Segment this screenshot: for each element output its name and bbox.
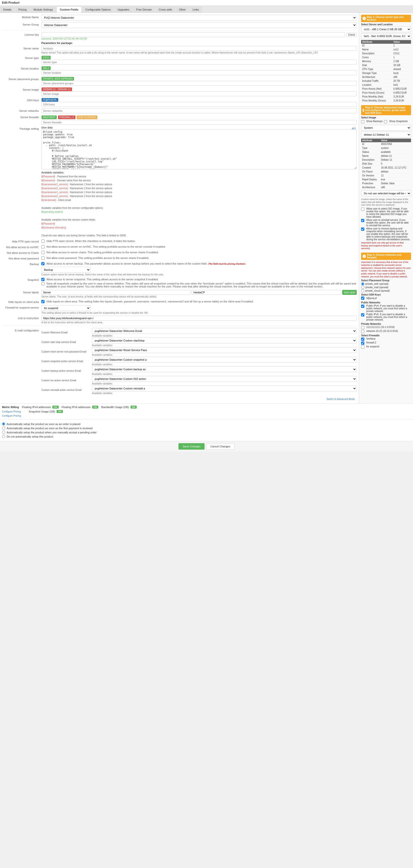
firewall-check-3[interactable]: for suspend [361, 345, 411, 349]
autosetup-label-3: Automatically setup the product when you… [7, 431, 97, 434]
api-link[interactable]: API [352, 127, 356, 130]
no-novnc-checkbox[interactable] [41, 245, 45, 248]
table-row: Rapid Deploytrue [361, 178, 411, 182]
step2-circle: i [363, 108, 364, 112]
placement-radio-2[interactable]: private_mail (spread) [361, 286, 411, 289]
tab-free-domain[interactable]: Free Domain [133, 6, 155, 12]
public-ipv6-check[interactable]: Public IPv6. If you want to disable a pu… [361, 313, 411, 321]
license-key-input[interactable] [41, 32, 345, 37]
page-header: Edit Product [0, 0, 413, 6]
system-select[interactable]: System [361, 125, 411, 131]
tab-pricing[interactable]: Pricing [15, 6, 30, 12]
custom-backup-select[interactable]: pugHetzner Datacenter Custom backup ac [92, 366, 357, 372]
link-instruction-input[interactable] [41, 316, 357, 321]
snapshot-extra-checkbox[interactable] [41, 282, 45, 285]
license-key-label: License key [2, 32, 41, 36]
backup-option-select[interactable]: Backup [41, 267, 90, 273]
tab-other[interactable]: Other [176, 6, 189, 12]
bandwidth-label: Bandwidth Usage (GB) [101, 406, 129, 409]
tab-details[interactable]: Details [0, 6, 15, 12]
server-type-label: Server type [2, 56, 41, 59]
public-ipv4-check[interactable]: Public IPv4. If you want to disable a pu… [361, 304, 411, 312]
hide-ptr-checkbox[interactable] [41, 240, 45, 243]
custom-reset-select[interactable]: pugHetzner Datacenter Reset Service Pass [92, 347, 357, 353]
switch-advanced-link[interactable]: Switch to Advanced Mode [326, 398, 355, 400]
save-changes-button[interactable]: Save Changes [178, 443, 205, 450]
firewall-tag-3: FOR SUSPEND [77, 116, 97, 119]
add-label-button[interactable]: Add Label [342, 290, 357, 295]
custom-welcome-label: Custom Welcome Email [41, 331, 90, 334]
custom-startstop-select[interactable]: pugHetzner Datacenter Custom start/stop [92, 338, 357, 343]
server-networks-input[interactable] [41, 108, 357, 113]
license-check-button[interactable]: Check [346, 33, 357, 37]
image-select[interactable]: debian-11 Debian 11 [361, 132, 411, 137]
server-group-select[interactable]: Hetzner Datacenter [41, 22, 357, 28]
bandwidth-toggle[interactable]: ON [130, 406, 137, 409]
custom-iso-select[interactable]: pugHetzner Datacenter Custom ISO action [92, 376, 357, 382]
placement-radio-1[interactable]: private_web (spread) [361, 282, 411, 285]
allow-reinstall-check[interactable]: Allow user to reinstall service. If you … [361, 219, 411, 227]
server-firewalls-input[interactable] [41, 120, 357, 125]
step1-section: i Step 1: Choose server type and locatio… [361, 15, 411, 103]
custom-welcome-select[interactable]: pugHetzner Datacenter Welcome Email [92, 328, 357, 334]
no-charts-checkbox[interactable] [41, 251, 45, 254]
server-image-input[interactable] [41, 91, 357, 96]
backup-label: Backup [2, 262, 41, 266]
ssh-keys-input[interactable] [41, 102, 357, 107]
tab-configurable-options[interactable]: Configurable Options [82, 6, 114, 12]
license-status: success: 2024-09-11T16:42:34+02:00 [41, 37, 357, 40]
firewall-suspend-select[interactable]: for suspend [41, 305, 90, 311]
tab-custom-fields[interactable]: Custom Fields [57, 6, 82, 12]
server-placement-input[interactable] [41, 81, 357, 86]
placement-radio-3[interactable]: private_cloud (spread) [361, 289, 411, 292]
server-labels-key-input[interactable] [41, 290, 191, 295]
step3-note: Important! It is necessary that at least… [361, 261, 411, 278]
custom-reinstall-select[interactable]: pugHetzner Datacenter Custom reinstall a [92, 385, 357, 391]
allow-backup-snapshot-check[interactable]: Allow user to choose backup and snapshot… [361, 227, 411, 241]
snapshot-usage-toggle[interactable]: ON [57, 410, 63, 413]
configure-pricing-link-1[interactable]: Configure Pricing [2, 410, 21, 413]
autosetup-section: Automatically setup the product as soon … [0, 419, 413, 441]
server-type-dropdown[interactable]: cx11 - x86 1 Cores 2 GB 20 GB [361, 26, 411, 32]
firewall-check-1[interactable]: hestiacp [361, 337, 411, 341]
hide-inputs-checkbox[interactable] [41, 300, 45, 303]
allow-iso-check[interactable]: Allow user to select ISO image. If you e… [361, 207, 411, 218]
floating-ipv4-toggle[interactable]: ON [52, 406, 59, 409]
tab-module-settings[interactable]: Module Settings [30, 6, 56, 12]
autosetup-option-4[interactable]: Do not automatically setup this product [2, 435, 411, 438]
snapshot-checkbox[interactable] [41, 278, 45, 281]
server-location-input[interactable] [41, 70, 357, 75]
image-use-select[interactable]: Do not use selected image will be used [361, 190, 411, 196]
autosetup-option-2[interactable]: Automatically setup the product as soon … [2, 427, 411, 430]
autosetup-option-1[interactable]: Automatically setup the product as soon … [2, 422, 411, 426]
module-name-select[interactable]: PUQ Hetzner Datacenter [41, 15, 357, 21]
custom-snapshot-select[interactable]: pugHetzner Datacenter Custom snapshot a [92, 357, 357, 363]
select-server-location-label: Select Server and Location [361, 23, 411, 26]
private-net1-check[interactable]: 1111111111 (10.1.0.0/16) [361, 326, 411, 329]
tab-links[interactable]: Links [189, 6, 202, 12]
show-backups-check[interactable]: Show Backups [361, 120, 383, 123]
tab-cross-sells[interactable]: Cross-sells [156, 6, 175, 12]
server-type-input[interactable] [41, 60, 357, 65]
no-reset-checkbox[interactable] [41, 256, 45, 260]
server-name-input[interactable] [41, 46, 357, 51]
firewall-check-2[interactable]: firewall-2 [361, 341, 411, 345]
server-labels-value-input[interactable] [192, 290, 341, 295]
table-row: ProtectionDelete: false [361, 182, 411, 185]
private-net2-check[interactable]: network-10-22 (10.22.0.0/16) [361, 330, 411, 333]
user-data-textarea[interactable]: #cloud-config package_update: true packa… [41, 129, 357, 169]
floating-ipv6-toggle[interactable]: ON [92, 406, 98, 409]
page-title: Edit Product [2, 1, 20, 4]
ssh-key-check[interactable]: it@puq.pl [361, 297, 411, 300]
server-networks-label: Server networks [2, 108, 41, 112]
autosetup-label-4: Do not automatically setup this product [7, 435, 53, 438]
snapshot-extra-help: Save all snapshots created by the user i… [47, 282, 357, 288]
show-snapshots-check[interactable]: Show Snapshots [384, 120, 408, 123]
configure-pricing-link-2[interactable]: Configure Pricing [2, 414, 411, 417]
reinstall-avail-vars: Available variables [92, 392, 357, 395]
tab-upgrades[interactable]: Upgrades [114, 6, 132, 12]
backup-checkbox[interactable] [41, 262, 45, 265]
autosetup-option-3[interactable]: Automatically setup the product when you… [2, 431, 411, 434]
cancel-changes-button[interactable]: Cancel Changes [206, 443, 234, 450]
location-price-dropdown[interactable]: hel1 - Net: 0.0052 EUR, Gross: 0.0052 EU… [361, 33, 411, 39]
